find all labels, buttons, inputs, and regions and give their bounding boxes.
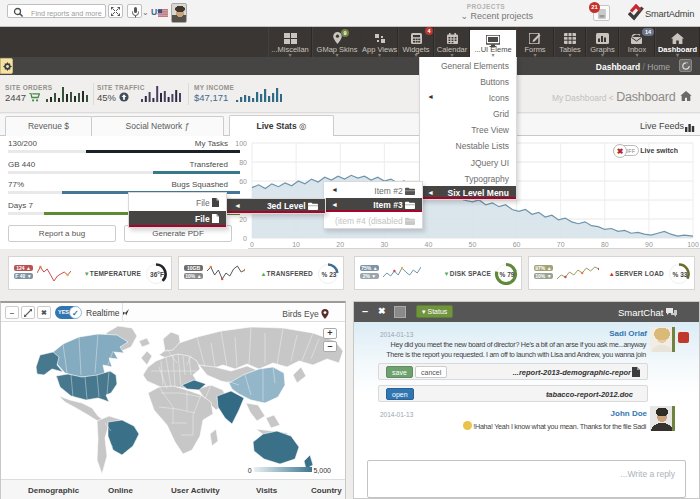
svg-text:36°F: 36°F (150, 271, 164, 278)
svg-text:100: 100 (687, 241, 699, 248)
svg-text:% 79: % 79 (500, 271, 515, 278)
svg-text:0: 0 (243, 235, 247, 242)
svg-text:100: 100 (235, 140, 247, 147)
svg-text:60: 60 (513, 241, 521, 248)
svg-text:% 33: % 33 (673, 271, 688, 278)
svg-text:80: 80 (601, 241, 609, 248)
svg-text:90: 90 (645, 241, 653, 248)
svg-text:10: 10 (292, 241, 300, 248)
svg-text:% 23: % 23 (322, 271, 337, 278)
svg-text:60: 60 (239, 178, 247, 185)
svg-text:20: 20 (336, 241, 344, 248)
svg-text:SmartAdmin: SmartAdmin (645, 9, 694, 19)
svg-text:20: 20 (239, 216, 247, 223)
svg-text:70: 70 (557, 241, 565, 248)
svg-text:30: 30 (380, 241, 388, 248)
svg-text:0: 0 (250, 241, 254, 248)
svg-text:80: 80 (239, 159, 247, 166)
svg-text:40: 40 (425, 241, 433, 248)
svg-text:50: 50 (469, 241, 477, 248)
